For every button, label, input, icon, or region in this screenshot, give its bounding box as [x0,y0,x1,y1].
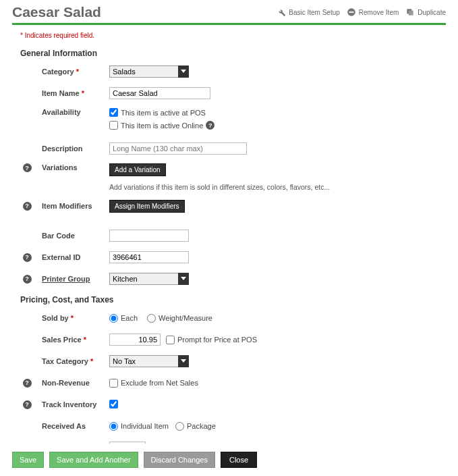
exclude-net-checkbox[interactable] [109,379,118,388]
row-sold-by: Sold by * Each Weight/Measure [12,311,446,325]
basic-item-setup-label: Basic Item Setup [289,9,340,16]
row-bar-code: Bar Code [12,229,446,242]
label-sold-by: Sold by * [42,314,109,322]
label-tax-category: Tax Category * [42,357,109,365]
duplicate-icon [405,7,415,17]
row-printer-group: ? Printer Group Kitchen [12,272,446,286]
label-received-as: Received As [42,422,109,430]
remove-item-link[interactable]: Remove Item [347,7,399,17]
help-icon[interactable]: ? [23,400,32,409]
save-add-another-button[interactable]: Save and Add Another [49,452,138,468]
sold-by-each-label: Each [121,314,138,322]
track-inventory-checkbox[interactable] [109,400,118,408]
prompt-price-label: Prompt for Price at POS [177,336,257,344]
row-item-name: Item Name * [12,86,446,100]
active-pos-checkbox[interactable] [109,108,118,117]
variation-hint: Add variations if this item is sold in d… [109,183,446,191]
label-availability: Availability [42,108,109,116]
row-external-id: ? External ID [12,250,446,264]
row-category: Category * Salads [12,65,446,78]
row-received-as: Received As Individual Item Package [12,419,446,433]
item-name-input[interactable] [109,87,210,99]
header: Caesar Salad Basic Item Setup Remove Ite… [0,0,458,23]
row-sales-price: Sales Price * Prompt for Price at POS [12,333,446,346]
svg-rect-1 [349,11,353,13]
label-item-name: Item Name * [42,89,109,97]
save-button[interactable]: Save [12,452,44,468]
received-individual-radio[interactable] [109,422,118,431]
help-icon[interactable]: ? [23,253,32,262]
label-description: Description [42,144,109,153]
help-icon[interactable]: ? [206,121,214,130]
close-button[interactable]: Close [221,452,257,468]
label-non-revenue: Non-Revenue [42,379,109,387]
label-track-inventory: Track Inventory [42,400,109,408]
received-package-radio[interactable] [175,422,184,431]
category-select[interactable]: Salads [109,65,189,78]
row-variations: ? Variations Add a Variation Add variati… [12,163,446,191]
sales-price-input[interactable] [109,334,161,346]
external-id-input[interactable] [109,251,189,263]
unit-cost-input[interactable] [109,442,146,444]
help-icon[interactable]: ? [23,275,32,284]
header-actions: Basic Item Setup Remove Item Duplicate [277,7,446,17]
prompt-price-checkbox[interactable] [166,336,175,344]
received-package-label: Package [187,422,216,430]
row-description: Description [12,142,446,155]
remove-item-label: Remove Item [359,9,399,16]
add-variation-button[interactable]: Add a Variation [109,163,166,176]
row-non-revenue: ? Non-Revenue Exclude from Net Sales [12,376,446,390]
help-icon[interactable]: ? [23,163,32,172]
basic-item-setup-link[interactable]: Basic Item Setup [277,7,340,17]
content-scroll[interactable]: * Indicates required field. General Info… [0,25,458,444]
help-icon[interactable]: ? [23,202,32,211]
printer-group-select[interactable]: Kitchen [109,273,189,285]
active-online-checkbox[interactable] [109,121,118,130]
row-availability: Availability This item is active at POS … [12,108,446,134]
label-item-modifiers: Item Modifiers [42,202,109,210]
help-icon[interactable]: ? [23,379,32,388]
required-note: * Indicates required field. [20,32,446,39]
label-external-id: External ID [42,253,109,261]
section-pricing: Pricing, Cost, and Taxes [20,295,446,305]
assign-item-modifiers-button[interactable]: Assign Item Modifiers [109,200,185,213]
sold-by-weight-radio[interactable] [147,314,156,323]
received-individual-label: Individual Item [121,422,169,430]
active-pos-label: This item is active at POS [121,109,206,117]
discard-changes-button[interactable]: Discard Changes [144,452,215,468]
label-printer-group[interactable]: Printer Group [42,275,109,283]
label-variations: Variations [42,163,109,171]
sold-by-each-radio[interactable] [109,314,118,323]
description-input[interactable] [109,142,247,155]
label-sales-price: Sales Price * [42,336,109,344]
footer: Save Save and Add Another Discard Change… [0,444,458,476]
exclude-net-label: Exclude from Net Sales [121,379,198,387]
page-title: Caesar Salad [12,4,101,20]
duplicate-link[interactable]: Duplicate [405,7,446,17]
section-general: General Information [20,49,446,58]
row-item-modifiers: ? Item Modifiers Assign Item Modifiers [12,199,446,213]
active-online-label: This item is active Online [121,122,203,130]
row-unit-cost: Unit Cost [12,441,446,444]
label-category: Category * [42,68,109,76]
tax-category-select[interactable]: No Tax [109,355,189,367]
svg-rect-3 [409,11,413,16]
row-track-inventory: ? Track Inventory [12,398,446,411]
row-tax-category: Tax Category * No Tax [12,354,446,368]
minus-circle-icon [347,7,356,17]
label-bar-code: Bar Code [42,232,109,240]
wrench-icon [277,7,286,17]
duplicate-label: Duplicate [418,9,446,16]
sold-by-weight-label: Weight/Measure [159,314,212,322]
bar-code-input[interactable] [109,230,189,242]
